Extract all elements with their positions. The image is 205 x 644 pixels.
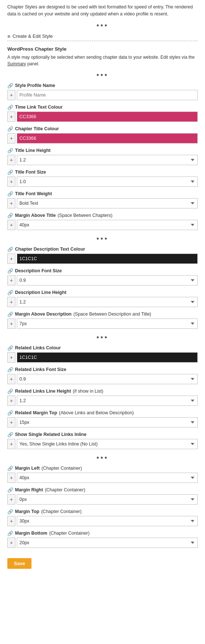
plus-btn-style-profile-name[interactable]: + bbox=[7, 90, 15, 100]
select-title-font-size[interactable]: 0.8 0.9 1.0 1.1 1.2 bbox=[17, 177, 198, 187]
input-related-links-colour[interactable] bbox=[17, 352, 198, 363]
label-time-link-text-colour: 🔗 Time Link Text Colour bbox=[7, 105, 198, 110]
dots-separator-5: ••• bbox=[7, 454, 198, 462]
link-icon-19: 🔗 bbox=[7, 509, 13, 514]
label-extra-margin-top: (Chapter Container) bbox=[41, 509, 81, 514]
select-margin-right[interactable]: 0px 10px 20px 30px 40px 50px bbox=[17, 494, 198, 505]
plus-btn-title-font-size[interactable]: + bbox=[7, 177, 15, 187]
plus-btn-margin-right[interactable]: + bbox=[7, 494, 15, 505]
field-group-title-font-size: 🔗 Title Font Size + 0.8 0.9 1.0 1.1 1.2 bbox=[7, 170, 198, 187]
input-row-desc-line-height: + 1.0 1.1 1.2 1.3 1.4 1.5 bbox=[7, 297, 198, 307]
label-extra-margin-above-desc: (Space Between Description and Title) bbox=[73, 312, 151, 317]
select-title-font-weight[interactable]: Normal Text Bold Text Light Text bbox=[17, 198, 198, 208]
plus-btn-title-font-weight[interactable]: + bbox=[7, 198, 15, 208]
summary-link[interactable]: Summary bbox=[7, 61, 26, 66]
label-extra-related-margin-top: (Above Links and Below Description) bbox=[59, 410, 134, 415]
summary-link-text: Summary bbox=[7, 61, 26, 66]
label-text-title-line-height: Title Line Height bbox=[15, 148, 51, 153]
select-desc-font-size[interactable]: 0.7 0.8 0.9 1.0 1.1 bbox=[17, 275, 198, 285]
select-margin-top[interactable]: 0px 10px 20px 30px 40px 50px bbox=[17, 516, 198, 526]
create-edit-label: Create & Edit Style bbox=[12, 33, 53, 39]
link-icon-12: 🔗 bbox=[7, 345, 13, 351]
select-desc-line-height[interactable]: 1.0 1.1 1.2 1.3 1.4 1.5 bbox=[17, 297, 198, 307]
link-icon-14: 🔗 bbox=[7, 389, 13, 394]
plus-btn-related-links-colour[interactable]: + bbox=[7, 352, 15, 363]
select-margin-bottom[interactable]: 0px 10px 20px 30px 40px 50px bbox=[17, 538, 198, 548]
input-row-desc-font-size: + 0.7 0.8 0.9 1.0 1.1 bbox=[7, 275, 198, 285]
link-icon-7: 🔗 bbox=[7, 213, 13, 218]
plus-btn-margin-top[interactable]: + bbox=[7, 516, 15, 526]
field-group-title-line-height: 🔗 Title Line Height + 1.0 1.1 1.2 1.3 1.… bbox=[7, 148, 198, 165]
select-margin-above-desc[interactable]: 3px 5px 7px 10px 15px bbox=[17, 319, 198, 329]
label-title-font-size: 🔗 Title Font Size bbox=[7, 170, 198, 175]
input-row-title-font-size: + 0.8 0.9 1.0 1.1 1.2 bbox=[7, 177, 198, 187]
link-icon-4: 🔗 bbox=[7, 148, 13, 153]
select-related-links-line-height[interactable]: 1.0 1.1 1.2 1.3 1.4 1.5 bbox=[17, 396, 198, 406]
input-row-related-links-line-height: + 1.0 1.1 1.2 1.3 1.4 1.5 bbox=[7, 396, 198, 406]
select-margin-left[interactable]: 0px 10px 20px 30px 40px 50px bbox=[17, 473, 198, 483]
input-row-chapter-title-colour: + bbox=[7, 133, 198, 143]
plus-btn-chapter-desc-colour[interactable]: + bbox=[7, 254, 15, 264]
plus-btn-desc-line-height[interactable]: + bbox=[7, 297, 15, 307]
plus-btn-margin-left[interactable]: + bbox=[7, 473, 15, 483]
field-group-related-margin-top: 🔗 Related Margin Top (Above Links and Be… bbox=[7, 410, 198, 427]
label-margin-top: 🔗 Margin Top (Chapter Container) bbox=[7, 509, 198, 514]
select-margin-above-title[interactable]: 10px 20px 30px 40px 50px bbox=[17, 220, 198, 230]
field-group-related-links-font-size: 🔗 Related Links Font Size + 0.7 0.8 0.9 … bbox=[7, 367, 198, 384]
label-text-chapter-desc-colour: Chapter Description Text Colour bbox=[15, 247, 85, 252]
label-margin-above-desc: 🔗 Margin Above Description (Space Betwee… bbox=[7, 312, 198, 317]
plus-btn-margin-above-title[interactable]: + bbox=[7, 220, 15, 230]
field-group-margin-top: 🔗 Margin Top (Chapter Container) + 0px 1… bbox=[7, 509, 198, 526]
section-desc-text1: A style may optionally be selected when … bbox=[7, 55, 195, 60]
label-desc-font-size: 🔗 Description Font Size bbox=[7, 268, 198, 274]
input-row-margin-above-title: + 10px 20px 30px 40px 50px bbox=[7, 220, 198, 230]
plus-btn-time-link[interactable]: + bbox=[7, 112, 15, 122]
select-title-line-height[interactable]: 1.0 1.1 1.2 1.3 1.4 1.5 bbox=[17, 155, 198, 165]
input-row-related-margin-top: + 5px 10px 15px 20px 25px bbox=[7, 417, 198, 427]
field-group-style-profile-name: 🔗 Style Profile Name + bbox=[7, 83, 198, 100]
select-show-single-related-links[interactable]: Yes, Show Single Links Inline (No List) … bbox=[17, 439, 198, 449]
label-text-margin-top: Margin Top bbox=[15, 509, 39, 514]
input-chapter-desc-colour[interactable] bbox=[17, 254, 198, 264]
select-related-links-font-size[interactable]: 0.7 0.8 0.9 1.0 1.1 bbox=[17, 374, 198, 384]
field-group-desc-line-height: 🔗 Description Line Height + 1.0 1.1 1.2 … bbox=[7, 290, 198, 307]
label-text-margin-left: Margin Left bbox=[15, 466, 40, 471]
label-margin-right: 🔗 Margin Right (Chapter Container) bbox=[7, 487, 198, 493]
link-icon-20: 🔗 bbox=[7, 531, 13, 536]
link-icon-11: 🔗 bbox=[7, 312, 13, 317]
plus-btn-show-single-related-links[interactable]: + bbox=[7, 439, 15, 449]
input-style-profile-name[interactable] bbox=[17, 90, 198, 100]
label-chapter-desc-colour: 🔗 Chapter Description Text Colour bbox=[7, 247, 198, 252]
section-desc-text2: panel. bbox=[26, 61, 39, 66]
input-row-style-profile-name: + bbox=[7, 90, 198, 100]
field-group-title-font-weight: 🔗 Title Font Weight + Normal Text Bold T… bbox=[7, 191, 198, 208]
plus-btn-related-margin-top[interactable]: + bbox=[7, 417, 15, 427]
label-text-time-link: Time Link Text Colour bbox=[15, 105, 63, 110]
intro-text: Chapter Styles are designed to be used w… bbox=[7, 4, 198, 18]
plus-btn-chapter-title-colour[interactable]: + bbox=[7, 133, 15, 143]
plus-btn-desc-font-size[interactable]: + bbox=[7, 275, 15, 285]
save-button[interactable]: Save bbox=[7, 558, 31, 569]
label-text-title-font-size: Title Font Size bbox=[15, 170, 46, 175]
plus-btn-margin-bottom[interactable]: + bbox=[7, 538, 15, 548]
create-edit-link[interactable]: ≡ Create & Edit Style bbox=[7, 33, 198, 39]
plus-btn-related-links-font-size[interactable]: + bbox=[7, 374, 15, 384]
plus-btn-title-line-height[interactable]: + bbox=[7, 155, 15, 165]
input-chapter-title-colour[interactable] bbox=[17, 133, 198, 143]
input-row-margin-top: + 0px 10px 20px 30px 40px 50px bbox=[7, 516, 198, 526]
input-row-time-link: + bbox=[7, 112, 198, 122]
plus-btn-margin-above-desc[interactable]: + bbox=[7, 319, 15, 329]
input-time-link-colour[interactable] bbox=[17, 112, 198, 122]
plus-btn-related-links-line-height[interactable]: + bbox=[7, 396, 15, 406]
link-icon-10: 🔗 bbox=[7, 290, 13, 295]
label-text-related-links-colour: Related Links Colour bbox=[15, 345, 61, 350]
label-show-single-related-links: 🔗 Show Single Related Links Inline bbox=[7, 432, 198, 437]
label-chapter-title-colour: 🔗 Chapter Title Colour bbox=[7, 126, 198, 132]
label-extra-margin-bottom: (Chapter Container) bbox=[49, 531, 89, 536]
field-group-time-link-text-colour: 🔗 Time Link Text Colour + bbox=[7, 105, 198, 122]
link-icon-15: 🔗 bbox=[7, 410, 13, 416]
field-group-margin-above-title: 🔗 Margin Above Title (Space Between Chap… bbox=[7, 213, 198, 230]
label-text-margin-right: Margin Right bbox=[15, 487, 43, 492]
select-related-margin-top[interactable]: 5px 10px 15px 20px 25px bbox=[17, 417, 198, 427]
label-margin-bottom: 🔗 Margin Bottom (Chapter Container) bbox=[7, 531, 198, 536]
